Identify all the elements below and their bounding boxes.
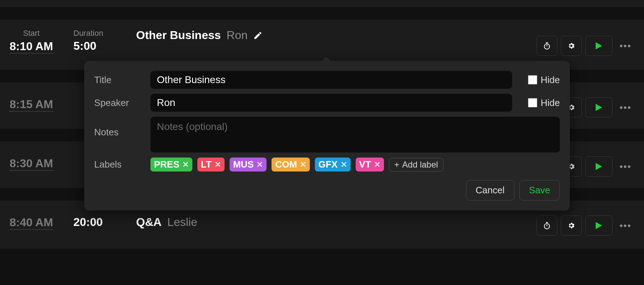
more-icon[interactable]: ••• xyxy=(616,161,635,172)
remove-label-icon[interactable]: ✕ xyxy=(300,160,306,169)
speaker-input[interactable] xyxy=(150,94,512,112)
settings-button[interactable] xyxy=(561,216,582,236)
label-chip[interactable]: COM✕ xyxy=(271,158,310,172)
remove-label-icon[interactable]: ✕ xyxy=(256,160,263,169)
label-chip-text: VT xyxy=(359,159,371,170)
svg-rect-5 xyxy=(546,42,548,43)
hide-label: Hide xyxy=(541,74,560,86)
start-label: Start xyxy=(0,29,63,38)
label-chip-text: GFX xyxy=(318,159,337,170)
more-icon[interactable]: ••• xyxy=(616,40,635,52)
remove-label-icon[interactable]: ✕ xyxy=(215,160,221,169)
duration-label: Duration xyxy=(73,29,125,38)
remove-label-icon[interactable]: ✕ xyxy=(182,160,189,169)
plus-icon: + xyxy=(394,160,399,170)
label-chip-text: COM xyxy=(275,159,297,170)
notes-textarea[interactable] xyxy=(150,117,560,153)
save-button[interactable]: Save xyxy=(519,180,560,201)
duration-value[interactable]: 5:00 xyxy=(73,39,96,52)
play-button[interactable] xyxy=(585,97,612,117)
play-button[interactable] xyxy=(585,36,612,56)
hide-title-checkbox[interactable] xyxy=(528,75,537,84)
label-chip[interactable]: LT✕ xyxy=(197,158,225,172)
more-icon[interactable]: ••• xyxy=(616,102,635,113)
labels-label: Labels xyxy=(94,159,143,170)
timer-button[interactable] xyxy=(537,216,557,236)
label-chip[interactable]: MUS✕ xyxy=(230,158,267,172)
play-button[interactable] xyxy=(585,156,612,177)
more-icon[interactable]: ••• xyxy=(616,220,635,231)
start-time[interactable]: 8:10 AM xyxy=(10,39,53,54)
label-chip-text: LT xyxy=(201,159,212,170)
title-label: Title xyxy=(94,74,143,86)
remove-label-icon[interactable]: ✕ xyxy=(341,160,347,169)
label-chip-text: MUS xyxy=(233,159,254,170)
play-button[interactable] xyxy=(585,216,612,236)
add-label-text: Add label xyxy=(402,160,438,170)
label-chip[interactable]: GFX✕ xyxy=(315,158,350,172)
agenda-row: Budget Report Ron ••• xyxy=(0,0,644,7)
row-title: Other Business xyxy=(136,29,221,42)
edit-popover: Title Hide Speaker Hide Notes Labels PRE… xyxy=(84,61,570,211)
label-chip[interactable]: VT✕ xyxy=(356,158,384,172)
timer-button[interactable] xyxy=(537,36,557,56)
edit-icon[interactable] xyxy=(253,31,263,40)
svg-point-3 xyxy=(544,44,549,49)
settings-button[interactable] xyxy=(561,36,582,56)
notes-label: Notes xyxy=(94,117,143,138)
duration-value[interactable]: 20:00 xyxy=(73,216,103,228)
row-speaker: Leslie xyxy=(167,216,197,229)
start-time[interactable]: 8:40 AM xyxy=(10,216,53,230)
title-input[interactable] xyxy=(150,71,512,89)
row-title: Q&A xyxy=(136,216,162,229)
label-chip[interactable]: PRES✕ xyxy=(150,158,192,172)
row-speaker: Ron xyxy=(227,29,248,42)
start-time[interactable]: 8:30 AM xyxy=(10,156,53,171)
add-label-button[interactable]: +Add label xyxy=(389,158,443,172)
svg-point-6 xyxy=(544,224,549,229)
hide-speaker-checkbox[interactable] xyxy=(528,98,537,107)
label-chip-text: PRES xyxy=(154,159,179,170)
svg-rect-8 xyxy=(546,222,548,223)
remove-label-icon[interactable]: ✕ xyxy=(374,160,380,169)
labels-container: PRES✕LT✕MUS✕COM✕GFX✕VT✕+Add label xyxy=(150,158,443,172)
start-time[interactable]: 8:15 AM xyxy=(10,97,53,112)
cancel-button[interactable]: Cancel xyxy=(466,180,514,201)
hide-label: Hide xyxy=(541,97,560,108)
speaker-label: Speaker xyxy=(94,97,143,108)
